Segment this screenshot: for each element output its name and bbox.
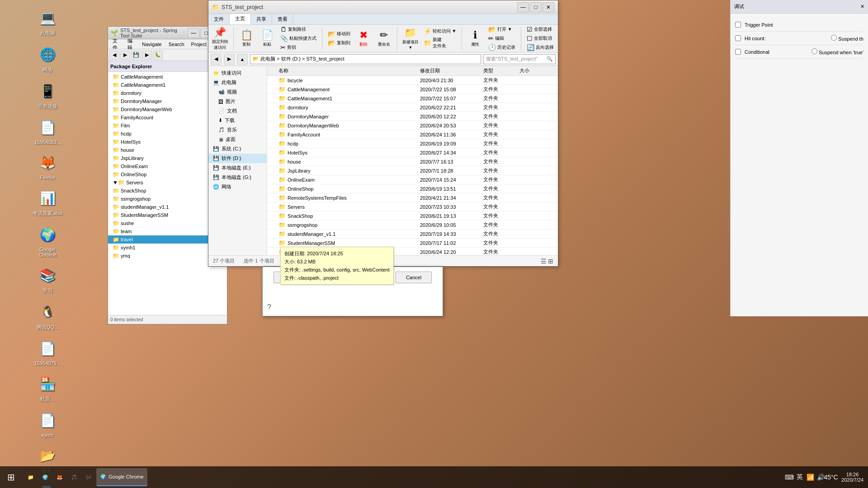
taskbar-chrome-pinned[interactable]: 🌍 [38,468,52,486]
fe-sidebar-music[interactable]: 🎵 音乐 [208,125,267,135]
suspend-radio[interactable] [831,35,837,41]
fe-search-bar[interactable]: 搜索"STS_test_project" 🔍 [483,54,556,64]
table-row[interactable]: 📁Servers2020/7/23 10:33文件夹 [267,202,558,211]
fe-sidebar-systemc[interactable]: 💾 系统 (C:) [208,144,267,154]
col-date[interactable]: 修改日期 [420,67,483,74]
right-panel-close[interactable]: ✕ [860,4,864,9]
tray-network[interactable]: 📶 [806,473,815,482]
sts-menu-navigate[interactable]: Navigate [140,41,164,48]
fe-maximize-btn[interactable]: □ [530,2,542,12]
conditional-checkbox[interactable] [735,49,741,55]
fe-tab-file[interactable]: 文件 [208,14,230,24]
trigger-checkbox[interactable] [735,22,741,28]
desktop-icon-doc1[interactable]: 📄 15954083... [29,114,66,147]
taskbar-kugou[interactable]: 🎶 [82,468,95,486]
desktop-icon-computer[interactable]: 💻 此电脑 [29,5,66,39]
fe-sidebar-localg[interactable]: 💾 本地磁盘 (G:) [208,173,267,182]
desktop-icon-qq[interactable]: 🐧 腾讯QQ... [29,299,66,333]
view-detail-btn[interactable]: ☰ [541,258,547,265]
table-row[interactable]: 📁CattleManagement2020/7/22 15:08文件夹 [267,85,558,94]
fe-sidebar-videos[interactable]: 📹 视频 [208,87,267,97]
fe-forward-btn[interactable]: ▶ [224,54,235,65]
sts-minimize-btn[interactable]: — [188,28,199,38]
fe-copy-btn[interactable]: 📋 复制 [237,27,256,50]
fe-sidebar-thispc[interactable]: 💻 此电脑 [208,78,267,87]
sts-tool-run[interactable]: ▶ [142,51,152,60]
fe-newfolder-btn[interactable]: 📁 新建项目 ▼ [401,26,420,51]
fe-delete-btn[interactable]: ✖ 删除 [354,27,373,50]
fe-selectall-btn[interactable]: ☑ 全部选择 [525,25,556,33]
tray-lang[interactable]: 英 [795,473,804,482]
sts-menu-search[interactable]: Search [166,41,187,48]
sts-menu-project[interactable]: Project [189,41,209,48]
fe-invertsel-btn[interactable]: 🔄 反向选择 [525,43,556,52]
col-size[interactable]: 大小 [519,67,556,74]
desktop-icon-doc2[interactable]: 📄 15954079... [29,335,66,368]
fe-paste-btn[interactable]: 📄 粘贴 [258,27,277,50]
taskbar-chrome-active[interactable]: 🌍 Google Chrome [96,468,147,486]
fe-copyto-btn[interactable]: 📂 复制到 [326,39,352,47]
dialog-help-btn[interactable]: ? [267,303,271,311]
desktop-icon-community[interactable]: 📱 币市连接 [29,78,66,112]
table-row[interactable]: 📁JspLibrary2020/7/1 18:28文件夹 [267,166,558,175]
fe-new-btn[interactable]: 📁 新建文件夹 [422,36,458,50]
suspend-when-radio[interactable] [811,48,817,54]
fe-sidebar-quickaccess[interactable]: ⭐ 快速访问 [208,68,267,78]
fe-tab-share[interactable]: 共享 [251,14,272,24]
fe-sidebar-desktop[interactable]: 🖥 桌面 [208,135,267,144]
fe-sidebar-network[interactable]: 🌐 网络 [208,182,267,192]
fe-properties-btn[interactable]: ℹ 属性 [466,27,485,50]
fe-minimize-btn[interactable]: — [517,2,529,12]
sts-tool-back[interactable]: ◀ [109,51,119,60]
col-name[interactable]: 名称 [269,67,420,74]
fe-close-btn[interactable]: ✕ [542,2,554,12]
fe-up-btn[interactable]: ▲ [237,54,248,65]
table-row[interactable]: 📁OnlineExam2020/7/14 15:24文件夹 [267,175,558,184]
fe-tab-home[interactable]: 主页 [230,14,251,24]
taskbar-start-btn[interactable]: ⊞ [0,466,22,488]
table-row[interactable]: 📁OnlineShop2020/6/19 13:51文件夹 [267,184,558,193]
table-row[interactable]: 📁bicycle2020/4/3 21:30文件夹 [267,76,558,85]
table-row[interactable]: 📁FamilyAccount2020/6/24 11:36文件夹 [267,130,558,139]
taskbar-clock[interactable]: 18:26 2020/7/24 [841,472,863,483]
table-row[interactable]: 📁hcdp2020/6/19 19:09文件夹 [267,139,558,148]
fe-sidebar-documents[interactable]: 📄 文档 [208,106,267,116]
fe-easynew-btn[interactable]: ⚡ 轻松访问 ▼ [422,27,458,35]
view-tile-btn[interactable]: ⊞ [548,258,553,265]
table-row[interactable]: 📁HotelSys2020/6/27 14:34文件夹 [267,148,558,157]
desktop-icon-exam[interactable]: 📊 考试答案.xlsx [29,185,66,219]
fe-address-bar[interactable]: 📂 此电脑 > 软件 (D:) > STS_test_project [250,54,481,64]
table-row[interactable]: 📁ssmgrogshop2020/6/29 10:05文件夹 [267,221,558,230]
table-row[interactable]: 📁studentManager_v1.12020/7/19 14:33文件夹 [267,230,558,239]
desktop-icon-wangdian[interactable]: 🏪 旺店... [29,371,66,405]
fe-edit-btn[interactable]: ✏ 编辑 [486,34,517,42]
fe-tab-view[interactable]: 查看 [272,14,293,24]
hitcount-checkbox[interactable] [735,35,741,41]
table-row[interactable]: 📁dormitory2020/6/22 22:21文件夹 [267,103,558,112]
fe-sidebar-downloads[interactable]: ⬇ 下载 [208,116,267,125]
table-row[interactable]: 📁StudentManagerSSM2020/7/17 11:02文件夹 [267,239,558,248]
fe-pin-btn[interactable]: 📌 固定到快速访问 [211,26,230,52]
desktop-icon-xymh[interactable]: 📄 xymh [29,407,66,440]
table-row[interactable]: 📁DormitoryManager2020/6/20 12:22文件夹 [267,112,558,121]
desktop-icon-firefox[interactable]: 🦊 Firefox [29,150,66,183]
dialog-cancel-btn[interactable]: Cancel [396,272,432,283]
col-type[interactable]: 类型 [483,67,519,74]
desktop-icon-chrome[interactable]: 🌍 Google Chrome [29,221,66,260]
table-row[interactable]: 📁SnackShop2020/6/21 19:13文件夹 [267,211,558,221]
desktop-icon-study[interactable]: 📚 学习 [29,262,66,296]
sts-tool-save[interactable]: 💾 [131,51,141,60]
taskbar-firefox-pinned[interactable]: 🦊 [53,468,66,486]
fe-moveto-btn[interactable]: 📂 移动到 [326,30,352,38]
tray-keyboard[interactable]: ⌨ [785,473,794,482]
fe-open-btn[interactable]: 📂 打开 ▼ [486,25,517,33]
fe-history-btn[interactable]: 🕐 历史记录 [486,43,517,52]
fe-pasteshortcut-btn[interactable]: 📎 粘贴快捷方式 [278,34,318,42]
fe-sidebar-locale[interactable]: 💾 本地磁盘 (E:) [208,163,267,173]
table-row[interactable]: 📁house2020/7/7 16:13文件夹 [267,157,558,166]
fe-cut-btn[interactable]: ✂ 剪切 [278,43,318,52]
fe-rename-btn[interactable]: ✏ 重命名 [375,27,394,50]
fe-copypath-btn[interactable]: 🗒 复制路径 [278,25,318,33]
sts-tool-debug[interactable]: 🐛 [153,51,163,60]
fe-selectnone-btn[interactable]: ☐ 全部取消 [525,34,556,42]
